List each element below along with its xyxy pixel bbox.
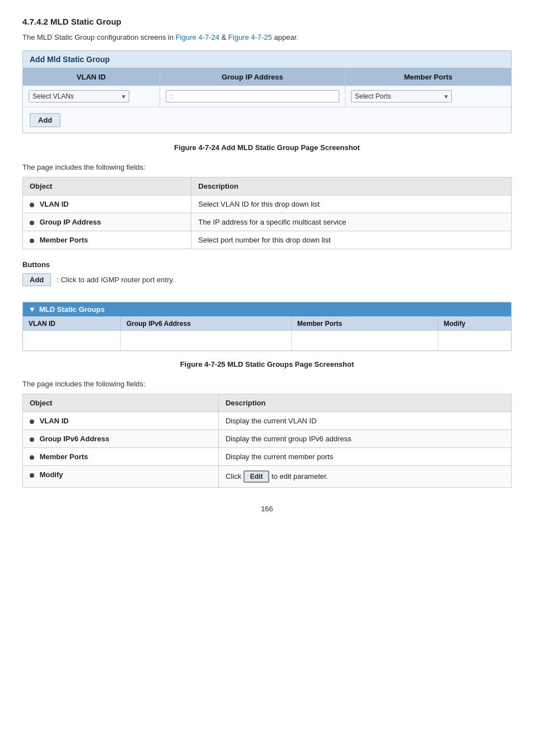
bullet-icon-7 (30, 473, 34, 478)
bullet-icon-6 (30, 455, 34, 460)
table-row: VLAN ID Select VLAN ID for this drop dow… (23, 195, 512, 213)
field-groupip-1: Group IP Address (23, 213, 191, 231)
memberports-cell: Select Ports ▼ (345, 86, 511, 107)
add-button[interactable]: Add (30, 113, 60, 127)
page-includes-text-2: The page includes the following fields: (22, 380, 512, 388)
intro-text-middle: & (222, 33, 228, 41)
field-memberports-1: Member Ports (23, 231, 191, 249)
page-includes-text-1: The page includes the following fields: (22, 163, 512, 171)
field-name-modify-2: Modify (40, 470, 63, 479)
mld-groups-title: MLD Static Groups (39, 305, 105, 314)
field-name-groupip-1: Group IP Address (40, 218, 101, 226)
desc-vlanid-1: Select VLAN ID for this drop down list (191, 195, 512, 213)
field-name-vlanid-1: VLAN ID (40, 200, 69, 208)
desc-memberports-1: Select port number for this drop down li… (191, 231, 512, 249)
mld-row-groupipv6 (120, 331, 291, 351)
field-name-memberports-2: Member Ports (40, 452, 88, 461)
desc-col-description-2: Description (218, 394, 511, 412)
field-name-vlanid-2: VLAN ID (40, 417, 69, 425)
desc-memberports-2: Display the current member ports (218, 448, 511, 466)
add-mld-form-table: VLAN ID Group IP Address Member Ports Se… (23, 68, 511, 107)
table-row: VLAN ID Display the current VLAN ID (23, 412, 512, 430)
mld-static-groups-box: ▼ MLD Static Groups VLAN ID Group IPv6 A… (22, 302, 512, 351)
field-name-memberports-1: Member Ports (40, 236, 88, 244)
desc-modify-2: Click Edit to edit parameter. (218, 466, 511, 488)
page-number: 166 (22, 505, 512, 513)
desc-vlanid-2: Display the current VLAN ID (218, 412, 511, 430)
col-header-memberports: Member Ports (345, 68, 511, 86)
table-row: Member Ports Select port number for this… (23, 231, 512, 249)
description-table-2: Object Description VLAN ID Display the c… (22, 394, 512, 488)
field-name-groupipv6-2: Group IPv6 Address (40, 435, 110, 443)
bullet-icon-5 (30, 437, 34, 442)
table-row: Group IP Address The IP address for a sp… (23, 213, 512, 231)
select-ports-wrapper[interactable]: Select Ports ▼ (351, 90, 452, 102)
intro-text-end: appear. (274, 33, 298, 41)
table-row: Member Ports Display the current member … (23, 448, 512, 466)
bullet-icon-3 (30, 239, 34, 243)
mld-col-memberports: Member Ports (292, 316, 438, 331)
edit-button[interactable]: Edit (243, 470, 270, 483)
col-header-vlanid: VLAN ID (23, 68, 160, 86)
add-button-row: Add (23, 107, 511, 133)
mld-col-groupipv6: Group IPv6 Address (120, 316, 291, 331)
add-button-inline[interactable]: Add (22, 273, 51, 286)
figure-link-1[interactable]: Figure 4-7-24 (176, 33, 219, 41)
intro-text-before: The MLD Static Group configuration scree… (22, 33, 176, 41)
mld-col-modify: Modify (438, 316, 511, 331)
add-mld-title: Add Mld Static Group (23, 51, 511, 68)
select-ports-dropdown[interactable]: Select Ports (351, 90, 452, 102)
button-description-row: Add : Click to add IGMP router port entr… (22, 273, 512, 286)
mld-groups-table: VLAN ID Group IPv6 Address Member Ports … (23, 316, 511, 351)
select-vlans-dropdown[interactable]: Select VLANs (29, 90, 129, 102)
desc-modify-suffix: to edit parameter. (271, 472, 328, 480)
collapse-icon[interactable]: ▼ (29, 305, 36, 314)
field-modify-2: Modify (23, 466, 219, 488)
bullet-icon-4 (30, 419, 34, 424)
intro-paragraph: The MLD Static Group configuration scree… (22, 33, 512, 41)
add-mld-static-group-box: Add Mld Static Group VLAN ID Group IP Ad… (22, 50, 512, 133)
figure-link-2[interactable]: Figure 4-7-25 (228, 33, 272, 41)
field-vlanid-2: VLAN ID (23, 412, 219, 430)
buttons-section: Buttons Add : Click to add IGMP router p… (22, 260, 512, 286)
desc-col-object-2: Object (23, 394, 219, 412)
mld-row-modify (438, 331, 511, 351)
desc-col-object-1: Object (23, 178, 191, 195)
field-groupipv6-2: Group IPv6 Address (23, 430, 219, 448)
table-row: Modify Click Edit to edit parameter. (23, 466, 512, 488)
table-row: Group IPv6 Address Display the current g… (23, 430, 512, 448)
field-vlanid-1: VLAN ID (23, 195, 191, 213)
desc-col-description-1: Description (191, 178, 512, 195)
mld-groups-title-bar: ▼ MLD Static Groups (23, 302, 511, 316)
mld-row-memberports (292, 331, 438, 351)
table-row (23, 331, 511, 351)
description-table-1: Object Description VLAN ID Select VLAN I… (22, 177, 512, 249)
mld-col-vlanid: VLAN ID (23, 316, 120, 331)
mld-row-vlanid (23, 331, 120, 351)
desc-groupipv6-2: Display the current group IPv6 address (218, 430, 511, 448)
figure1-caption: Figure 4-7-24 Add MLD Static Group Page … (22, 143, 512, 152)
desc-modify-prefix: Click (226, 472, 243, 480)
col-header-groupip: Group IP Address (160, 68, 345, 86)
section-heading: 4.7.4.2 MLD Static Group (22, 17, 512, 26)
add-button-inline-desc: : Click to add IGMP router port entry. (57, 276, 175, 284)
desc-groupip-1: The IP address for a specific multicast … (191, 213, 512, 231)
buttons-label: Buttons (22, 260, 512, 269)
field-memberports-2: Member Ports (23, 448, 219, 466)
select-vlans-wrapper[interactable]: Select VLANs ▼ (29, 90, 129, 102)
groupip-cell (160, 86, 345, 107)
bullet-icon-2 (30, 221, 34, 225)
bullet-icon-1 (30, 203, 34, 207)
group-ip-input[interactable] (166, 90, 339, 102)
figure2-caption: Figure 4-7-25 MLD Static Groups Page Scr… (22, 360, 512, 368)
vlanid-cell: Select VLANs ▼ (23, 86, 160, 107)
